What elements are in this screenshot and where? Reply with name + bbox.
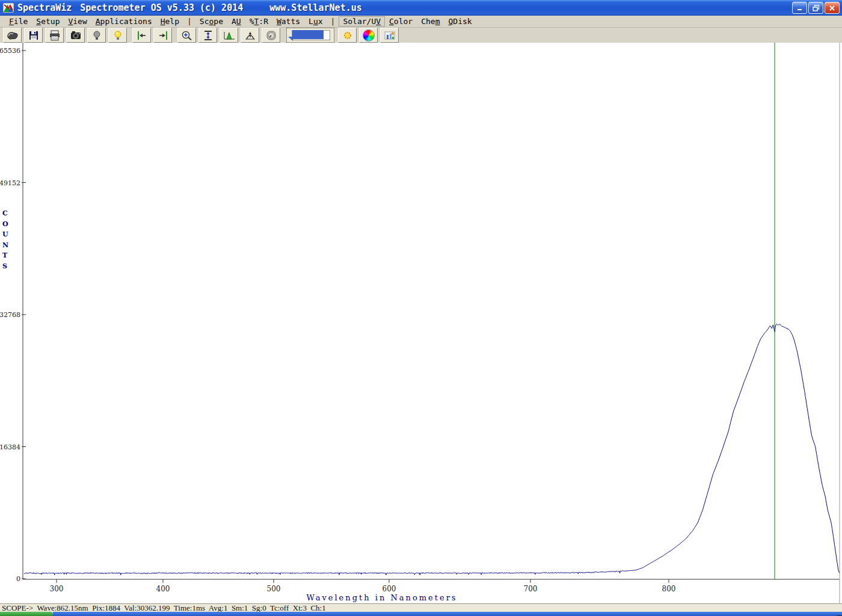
save-spectrum-button[interactable] (24, 28, 43, 43)
timer-button[interactable] (262, 28, 280, 43)
taskbar (0, 612, 842, 616)
start-button[interactable] (0, 612, 53, 616)
lamp-on-icon (111, 30, 124, 41)
peak-hold-icon (244, 30, 257, 41)
spectrum-chart: 016384327684915265536300400500600700800C… (0, 43, 842, 603)
y-axis-title-letter: T (2, 251, 8, 259)
color-measure-button[interactable] (359, 28, 378, 43)
save-spectrum-icon (27, 30, 40, 41)
integration-slider[interactable] (286, 28, 334, 43)
lamp-off-button[interactable] (87, 28, 106, 43)
window-controls (792, 2, 842, 14)
chart-3d-icon (383, 30, 396, 41)
minimize-icon (796, 5, 804, 11)
spectrawiz-logo-icon (3, 3, 14, 13)
peak-hold-button[interactable] (241, 28, 259, 43)
sun-irradiance-button[interactable] (338, 28, 357, 43)
menu-item-au[interactable]: AU (227, 16, 245, 26)
y-axis-title-letter: O (2, 220, 8, 228)
print-icon (48, 30, 61, 41)
menu-item-color[interactable]: Color (385, 16, 417, 26)
unzoom-vertical-button[interactable] (198, 28, 217, 43)
title-app-name: SpectraWiz (17, 2, 72, 13)
plot-area: 016384327684915265536300400500600700800C… (0, 43, 842, 603)
title-version: Spectrometer OS v5.33 (c) 2014 (80, 2, 243, 13)
y-axis-title-letter: S (2, 262, 7, 270)
cursor-left-icon (135, 30, 149, 41)
y-tick-label: 49152 (0, 179, 20, 187)
cursor-right-icon (156, 30, 170, 41)
integration-slider-thumb[interactable] (292, 30, 324, 39)
snapshot-camera-button[interactable] (66, 28, 85, 43)
menu-item-applications[interactable]: Applications (91, 16, 156, 26)
lamp-on-button[interactable] (108, 28, 127, 43)
menu-item-qdisk[interactable]: QDisk (444, 16, 476, 26)
toolbar (0, 28, 842, 43)
status-bar: SCOPE-> Wave:862.15nm Pix:1884 Val:30362… (0, 603, 842, 612)
zoom-in-button[interactable] (177, 28, 196, 43)
menu-item-help[interactable]: Help (156, 16, 183, 26)
x-tick-label: 400 (156, 585, 170, 593)
cursor-left-button[interactable] (132, 28, 151, 43)
menu-separator: | (183, 17, 195, 26)
minimize-button[interactable] (792, 2, 807, 14)
sun-irradiance-icon (341, 30, 354, 41)
load-spectrum-button[interactable] (3, 28, 22, 43)
cursor-right-button[interactable] (153, 28, 172, 43)
unzoom-vertical-icon (201, 30, 215, 41)
view-peaks-button[interactable] (220, 28, 238, 43)
menu-item-watts[interactable]: Watts (272, 16, 304, 26)
menu-separator: | (327, 17, 339, 26)
status-text: SCOPE-> Wave:862.15nm Pix:1884 Val:30362… (0, 604, 326, 612)
menu-item-scope[interactable]: Scope (195, 16, 227, 26)
x-tick-label: 600 (383, 585, 396, 593)
color-wheel-icon (363, 29, 375, 42)
restore-icon (813, 5, 820, 11)
y-tick-label: 32768 (0, 311, 20, 319)
menu-bar: FileSetupViewApplicationsHelp|ScopeAU%T:… (0, 16, 842, 28)
lamp-off-icon (90, 30, 103, 41)
title-website: www.StellarNet.us (269, 2, 362, 13)
chart-3d-button[interactable] (380, 28, 399, 43)
close-icon (829, 5, 835, 11)
close-button[interactable] (825, 2, 840, 14)
timer-icon (265, 30, 278, 41)
y-tick-label: 16384 (0, 443, 20, 451)
taskbar-strip (53, 612, 842, 616)
x-axis-title: Wavelength in Nanometers (306, 593, 457, 602)
print-button[interactable] (45, 28, 64, 43)
y-tick-label: 65536 (0, 47, 20, 55)
restore-button[interactable] (808, 2, 823, 14)
x-tick-label: 700 (524, 585, 538, 593)
y-axis-title-letter: N (2, 241, 8, 249)
load-spectrum-icon (6, 30, 19, 41)
title-bar: SpectraWiz Spectrometer OS v5.33 (c) 201… (0, 0, 842, 16)
y-axis-title-letter: C (2, 209, 8, 217)
menu-item-solar-uv[interactable]: Solar/UV (339, 16, 385, 26)
menu-item-chem[interactable]: Chem (417, 16, 444, 26)
menu-item-view[interactable]: View (64, 16, 91, 26)
x-tick-label: 500 (267, 585, 281, 593)
zoom-in-icon (180, 30, 194, 41)
view-peaks-icon (223, 30, 236, 41)
menu-item--t-r[interactable]: %T:R (245, 16, 272, 26)
spectrum-curve (24, 324, 840, 575)
menu-item-setup[interactable]: Setup (32, 16, 64, 26)
spectrawiz-window: SpectraWiz Spectrometer OS v5.33 (c) 201… (0, 0, 842, 616)
y-axis-title-letter: U (2, 230, 8, 238)
snapshot-camera-icon (69, 30, 82, 41)
integration-slider-pointer (288, 37, 293, 41)
menu-item-file[interactable]: File (5, 16, 32, 26)
menu-item-lux[interactable]: Lux (304, 16, 327, 26)
x-tick-label: 800 (662, 585, 676, 593)
y-tick-label: 0 (16, 575, 20, 583)
x-tick-label: 300 (50, 585, 64, 593)
